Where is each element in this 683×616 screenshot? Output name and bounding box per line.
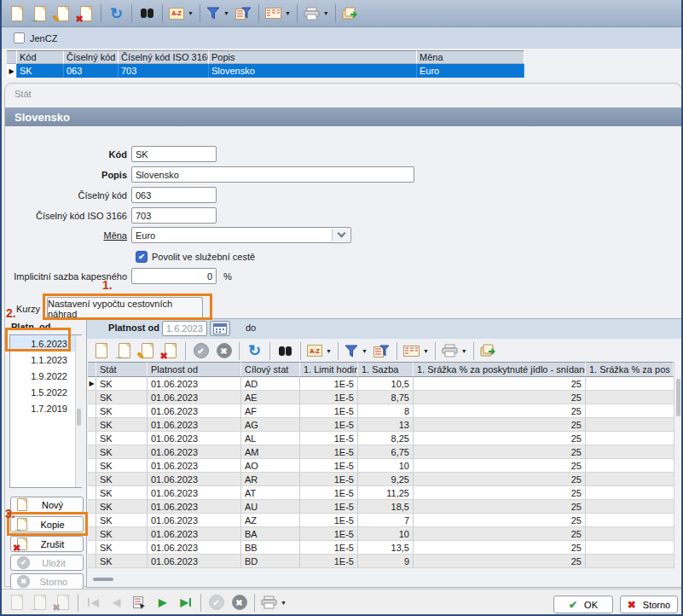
col-header-popis[interactable]: Popis — [209, 50, 417, 64]
new-document-button[interactable] — [5, 3, 28, 25]
table-row[interactable]: SK01.06.2023AF1E-5825 — [88, 404, 674, 418]
povolit-checkbox[interactable]: ✔ — [136, 251, 148, 263]
ok-button[interactable]: ✔ OK — [553, 596, 613, 613]
copy-document-button[interactable]: → — [113, 340, 136, 362]
rates-col-header[interactable]: Platnost od — [148, 362, 241, 377]
filter-columns-button[interactable] — [370, 340, 393, 362]
table-row[interactable]: SK01.06.2023AG1E-51325 — [88, 418, 674, 432]
table-row[interactable]: SK01.06.2023AT1E-511,2525 — [88, 486, 674, 500]
cancel-circle-button[interactable]: ✖ — [212, 340, 235, 362]
refresh-button[interactable]: ↻ — [243, 340, 266, 362]
date-list-item[interactable]: 1.5.2022 — [10, 384, 81, 400]
scrollbar-thumb[interactable] — [676, 379, 680, 416]
rates-col-header[interactable]: Stát — [96, 362, 148, 377]
rates-col-header[interactable] — [88, 362, 96, 377]
table-row[interactable]: ▶SK01.06.2023AD1E-510,525 — [88, 377, 674, 391]
rates-col-header[interactable]: Cílový stat — [241, 362, 300, 377]
edit-document-button[interactable]: ✎ — [51, 3, 74, 25]
date-list-item[interactable]: 1.9.2022 — [10, 368, 81, 384]
mena-label-link[interactable]: Měna — [5, 230, 131, 241]
rates-col-header[interactable]: 1. Sazba — [358, 362, 414, 377]
record-title: Slovensko — [14, 111, 70, 124]
col-header-mena[interactable]: Měna — [417, 50, 524, 64]
mena-combobox[interactable]: Euro — [131, 227, 351, 243]
validity-dates-list: 1.6.20231.1.20231.9.20221.5.20221.7.2019 — [9, 334, 82, 488]
find-binoculars-button[interactable] — [136, 3, 159, 25]
record-select-button[interactable] — [128, 591, 151, 613]
date-list-item[interactable]: 1.1.2023 — [10, 352, 81, 368]
table-row[interactable]: SK01.06.2023AL1E-58,2525 — [88, 432, 674, 445]
filter-button[interactable]: ▼ — [204, 3, 232, 25]
scrollbar-thumb[interactable] — [77, 409, 81, 426]
ulozit-button: ✔Uložit — [10, 555, 84, 571]
filter-columns-button[interactable] — [232, 3, 255, 25]
table-row[interactable]: SK01.06.2023BD1E-5925 — [88, 555, 674, 568]
table-row[interactable]: SK01.06.2023BB1E-513,525 — [88, 541, 674, 555]
export-button[interactable] — [478, 340, 501, 362]
delete-document-button[interactable]: ✖ — [74, 3, 97, 25]
kapesne-input[interactable]: 0 — [131, 268, 217, 284]
table-row[interactable]: SK01.06.2023AZ1E-5725 — [88, 514, 674, 527]
annotation-step3-number: 3. — [5, 507, 15, 520]
x-icon: ✖ — [628, 599, 636, 611]
rates-col-header[interactable]: 1. Srážka % za pos — [586, 362, 674, 377]
grid-cell: 01.06.2023 — [148, 404, 241, 418]
platnost-od-input[interactable]: 1.6.2023 — [162, 321, 207, 336]
ciselny-kod-input[interactable]: 063 — [131, 187, 217, 203]
grid-cell: 01.06.2023 — [148, 432, 241, 445]
novy-button[interactable]: Nový — [10, 497, 84, 513]
jencz-checkbox[interactable] — [14, 32, 25, 44]
kod-input[interactable]: SK — [131, 146, 217, 162]
date-list-item[interactable]: 1.7.2019 — [10, 400, 81, 416]
filter-button[interactable]: ▼ — [342, 340, 370, 362]
annotation-step2-box — [5, 328, 71, 352]
jencz-checkbox-label[interactable]: JenCZ — [30, 33, 57, 44]
print-button[interactable]: ▼ — [301, 3, 332, 25]
table-row[interactable]: SK01.06.2023AR1E-59,2525 — [88, 473, 674, 486]
nav-next-button[interactable]: ▶ — [151, 591, 174, 613]
grid-cell: 13,5 — [358, 541, 414, 555]
columns-button[interactable]: ▼ — [263, 3, 293, 25]
copy-document-button[interactable]: → — [28, 3, 51, 25]
table-row[interactable]: SK01.06.2023AU1E-518,525 — [88, 500, 674, 514]
countries-grid-selected-row[interactable]: ▶ SK 063 703 Slovensko Euro — [7, 64, 524, 78]
export-button[interactable] — [339, 3, 362, 25]
row-marker-header — [7, 50, 17, 64]
col-header-ciselny-kod[interactable]: Číselný kód — [64, 50, 119, 64]
iso-input[interactable]: 703 — [131, 207, 217, 224]
ok-circle-button[interactable]: ✔ — [189, 340, 212, 362]
rates-grid-vertical-scrollbar[interactable] — [674, 362, 682, 568]
refresh-button[interactable]: ↻ — [105, 3, 128, 25]
rates-col-header[interactable]: 1. Srážka % za poskytnuté jídlo - snídan… — [414, 362, 586, 377]
delete-document-button[interactable]: ✖ — [159, 340, 182, 362]
table-row[interactable]: SK01.06.2023AO1E-51025 — [88, 459, 674, 473]
columns-button[interactable]: ▼ — [401, 340, 431, 362]
table-row[interactable]: SK01.06.2023BA1E-51025 — [88, 527, 674, 541]
table-row[interactable]: SK01.06.2023AE1E-58,7525 — [88, 391, 674, 404]
new-document-button[interactable] — [90, 340, 113, 362]
povolit-checkbox-label[interactable]: Povolit ve služební cestě — [152, 252, 255, 262]
print-button[interactable]: ▼ — [439, 340, 470, 362]
cancel-circle-button[interactable]: ✖ — [228, 591, 251, 613]
storno-button[interactable]: ✖ Storno — [620, 596, 678, 613]
edit-document-button[interactable]: ✎ — [136, 340, 159, 362]
col-header-iso[interactable]: Číselný kód ISO 3166 — [119, 50, 209, 64]
sort-az-button[interactable]: A-Z▼ — [166, 3, 196, 25]
find-binoculars-button[interactable] — [274, 340, 297, 362]
zrusit-button[interactable]: ✖Zrušit — [10, 536, 84, 552]
col-header-kod[interactable]: Kód — [17, 50, 64, 64]
scrollbar-thumb[interactable] — [93, 578, 113, 581]
sort-az-button[interactable]: A-Z▼ — [304, 340, 334, 362]
rates-col-header[interactable]: 1. Limit hodin — [300, 362, 358, 377]
mena-dropdown-button[interactable] — [332, 229, 350, 241]
table-row[interactable]: SK01.06.2023AM1E-56,7525 — [88, 445, 674, 459]
grid-cell: 1E-5 — [300, 391, 358, 404]
popis-input[interactable]: Slovensko — [131, 166, 414, 183]
ok-button-label: OK — [584, 600, 598, 610]
nav-last-button[interactable]: ▶ — [174, 591, 197, 613]
print-button[interactable]: ▼ — [258, 591, 289, 613]
dates-list-scrollbar[interactable] — [75, 335, 82, 487]
grid-cell: SK — [96, 555, 148, 568]
rates-grid-horizontal-scrollbar[interactable] — [88, 575, 673, 584]
calendar-button[interactable] — [210, 321, 230, 336]
